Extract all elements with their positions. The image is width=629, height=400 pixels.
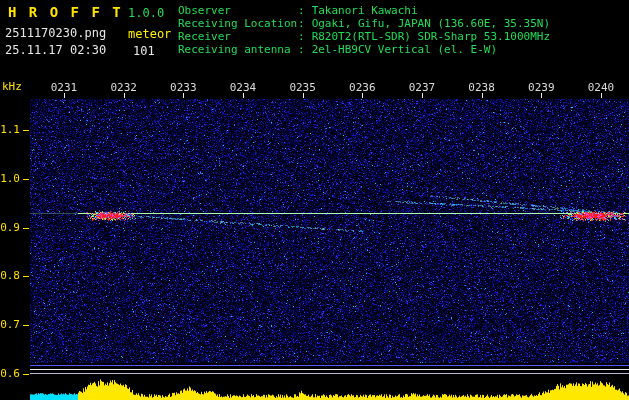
timestamp-label: 25.11.17 02:30 [5,43,106,57]
freq-tick-label: 1.0 [0,172,20,185]
info-row-location: Receiving Location:Ogaki, Gifu, JAPAN (1… [178,17,550,30]
info-separator: : [298,43,305,56]
freq-tick-label: 0.9 [0,221,20,234]
freq-tick-label: 1.1 [0,123,20,136]
info-row-antenna: Receiving antenna:2el-HB9CV Vertical (el… [178,43,550,56]
info-value: 2el-HB9CV Vertical (el. E-W) [312,43,497,56]
app-title: H R O F F T [8,4,123,20]
info-row-receiver: Receiver:R820T2(RTL-SDR) SDR-Sharp 53.10… [178,30,550,43]
hrofft-spectrogram-screen: H R O F F T 1.0.0 2511170230.png meteor … [0,0,629,400]
freq-tick-label: 0.6 [0,367,20,380]
output-filename: 2511170230.png [5,26,106,40]
time-tick-label: 0236 [349,81,376,94]
info-label: Receiving antenna [178,43,298,56]
info-value: Takanori Kawachi [312,4,418,17]
time-tick-label: 0240 [588,81,615,94]
time-tick-label: 0239 [528,81,555,94]
spectrogram-canvas [0,0,629,400]
info-label: Receiver [178,30,298,43]
time-tick-label: 0231 [51,81,78,94]
time-tick-label: 0234 [230,81,257,94]
info-label: Receiving Location [178,17,298,30]
info-separator: : [298,17,305,30]
info-row-observer: Observer:Takanori Kawachi [178,4,550,17]
info-value: Ogaki, Gifu, JAPAN (136.60E, 35.35N) [312,17,550,30]
y-axis-unit-label: kHz [2,80,22,93]
freq-tick-label: 0.8 [0,269,20,282]
time-tick-label: 0232 [110,81,137,94]
info-label: Observer [178,4,298,17]
app-version: 1.0.0 [128,6,164,20]
time-tick-label: 0238 [468,81,495,94]
echo-count: 101 [133,44,155,58]
time-tick-label: 0237 [409,81,436,94]
info-separator: : [298,30,305,43]
freq-tick-label: 0.7 [0,318,20,331]
info-value: R820T2(RTL-SDR) SDR-Sharp 53.1000MHz [312,30,550,43]
station-info-block: Observer:Takanori Kawachi Receiving Loca… [178,4,550,56]
time-tick-label: 0233 [170,81,197,94]
mode-label: meteor [128,27,171,41]
info-separator: : [298,4,305,17]
time-tick-label: 0235 [289,81,316,94]
